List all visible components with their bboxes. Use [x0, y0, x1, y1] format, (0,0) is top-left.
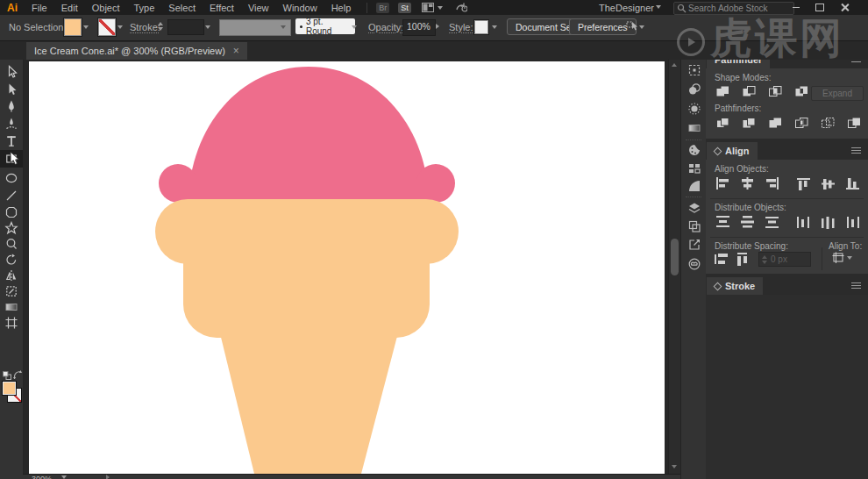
reflect-tool[interactable] — [0, 267, 23, 284]
type-tool[interactable] — [0, 132, 23, 150]
vertical-align-bottom-button[interactable] — [843, 176, 862, 190]
transform-panel-icon[interactable] — [687, 62, 701, 77]
close-button[interactable] — [835, 0, 854, 15]
divide-button[interactable] — [713, 116, 732, 130]
horizontal-distribute-right-button[interactable] — [843, 215, 862, 229]
vertical-align-top-button[interactable] — [793, 176, 813, 190]
export-panel-icon[interactable] — [687, 237, 701, 252]
menu-object[interactable]: Object — [85, 3, 127, 13]
horizontal-distribute-center-button[interactable] — [818, 215, 837, 229]
vertical-distribute-space-button[interactable] — [713, 252, 730, 266]
vertical-distribute-center-button[interactable] — [737, 215, 757, 229]
align-to-dropdown[interactable] — [830, 251, 853, 265]
search-box[interactable] — [673, 2, 794, 15]
trim-button[interactable] — [739, 116, 758, 130]
tab-align[interactable]: Align — [707, 142, 758, 160]
expand-button[interactable]: Expand — [811, 86, 864, 101]
menu-type[interactable]: Type — [127, 3, 162, 13]
chevron-down-icon[interactable] — [639, 25, 644, 29]
menu-edit[interactable]: Edit — [54, 3, 85, 13]
scrollbar-thumb[interactable] — [671, 239, 679, 275]
horizontal-align-left-button[interactable] — [713, 176, 732, 190]
horizontal-align-center-button[interactable] — [737, 176, 757, 190]
stroke-weight-stepper[interactable] — [158, 22, 163, 31]
vertical-distribute-top-button[interactable] — [713, 215, 732, 229]
scroll-up-icon[interactable] — [672, 63, 677, 67]
artboard-tool[interactable] — [0, 314, 23, 332]
workspace-switcher[interactable]: TheDesigner — [599, 3, 654, 13]
menu-window[interactable]: Window — [276, 3, 324, 13]
panel-menu-icon[interactable] — [851, 285, 861, 286]
opacity-label[interactable]: Opacity: — [368, 22, 403, 32]
workspace-layout-icon[interactable] — [422, 3, 443, 12]
search-input[interactable] — [687, 3, 782, 14]
vertical-scrollbar[interactable] — [668, 60, 680, 474]
isolate-selection-icon[interactable] — [626, 21, 637, 34]
panel-cycle-icon[interactable] — [714, 282, 722, 290]
vertical-distribute-bottom-button[interactable] — [762, 215, 781, 229]
artboards-panel-icon[interactable] — [687, 218, 701, 233]
curvature-tool[interactable] — [0, 115, 23, 132]
outline-button[interactable] — [818, 116, 837, 130]
unite-button[interactable] — [713, 84, 732, 98]
chevron-down-icon[interactable] — [205, 25, 210, 29]
rotate-tool[interactable] — [0, 251, 23, 268]
share-icon[interactable] — [455, 2, 467, 14]
chevron-down-icon[interactable] — [61, 475, 67, 479]
style-label[interactable]: Style: — [449, 22, 473, 32]
stroke-weight-label[interactable]: Stroke: — [130, 22, 160, 32]
menu-file[interactable]: File — [25, 3, 54, 13]
menu-view[interactable]: View — [241, 3, 276, 13]
panel-menu-icon[interactable] — [851, 150, 861, 151]
minus-front-button[interactable] — [739, 84, 758, 98]
minus-back-button[interactable] — [844, 116, 864, 130]
color-panel-icon[interactable] — [687, 142, 701, 157]
merge-button[interactable] — [765, 116, 785, 130]
polygon-tool[interactable] — [0, 204, 23, 221]
chevron-down-icon[interactable] — [117, 25, 123, 29]
direct-selection-tool[interactable] — [0, 81, 23, 98]
fill-swatch[interactable] — [2, 381, 17, 396]
chevron-down-icon[interactable] — [352, 25, 357, 29]
menu-effect[interactable]: Effect — [203, 3, 241, 13]
close-tab-icon[interactable]: × — [233, 46, 239, 55]
stroke-color-swatch[interactable] — [98, 18, 116, 36]
swatches-panel-icon[interactable] — [687, 161, 701, 175]
chevron-right-icon[interactable] — [436, 24, 439, 29]
selection-tool[interactable] — [0, 63, 23, 81]
stock-icon[interactable]: St — [398, 3, 411, 13]
libraries-panel-icon[interactable] — [687, 256, 701, 271]
vertical-align-center-button[interactable] — [818, 176, 837, 190]
panel-cycle-icon[interactable] — [714, 147, 722, 155]
free-transform-tool[interactable] — [0, 282, 23, 300]
fill-color-swatch[interactable] — [64, 18, 82, 36]
pathfinder-panel-icon[interactable] — [687, 82, 701, 97]
stroke-panel-icon[interactable] — [687, 178, 701, 193]
pen-tool[interactable] — [0, 97, 23, 115]
document-tab[interactable]: Ice Cream Cone.ai* @ 300% (RGB/Preview) … — [26, 42, 247, 60]
scroll-down-icon[interactable] — [672, 465, 677, 468]
exclude-button[interactable] — [792, 84, 811, 98]
menu-help[interactable]: Help — [324, 3, 359, 13]
tab-stroke[interactable]: Stroke — [707, 277, 763, 295]
minimize-button[interactable] — [786, 0, 806, 15]
horizontal-align-right-button[interactable] — [762, 176, 781, 190]
brushes-panel-icon[interactable] — [687, 101, 701, 116]
menu-select[interactable]: Select — [161, 3, 203, 13]
layers-panel-icon[interactable] — [687, 200, 701, 215]
shaper-tool[interactable] — [0, 235, 23, 253]
line-segment-tool[interactable] — [0, 187, 23, 204]
gradient-tool[interactable] — [0, 298, 23, 316]
intersect-button[interactable] — [765, 84, 785, 98]
next-artboard-icon[interactable] — [106, 475, 110, 479]
opacity-field[interactable]: 100% — [402, 19, 436, 36]
chevron-down-icon[interactable] — [492, 25, 497, 29]
maximize-button[interactable] — [810, 0, 829, 15]
crop-button[interactable] — [792, 116, 811, 130]
bridge-icon[interactable]: Br — [376, 3, 389, 13]
horizontal-distribute-space-button[interactable] — [734, 252, 751, 266]
stroke-weight-field[interactable] — [167, 19, 204, 35]
style-swatch[interactable] — [474, 20, 488, 34]
ice-cream-artwork[interactable] — [29, 61, 665, 474]
chevron-down-icon[interactable] — [83, 25, 89, 29]
